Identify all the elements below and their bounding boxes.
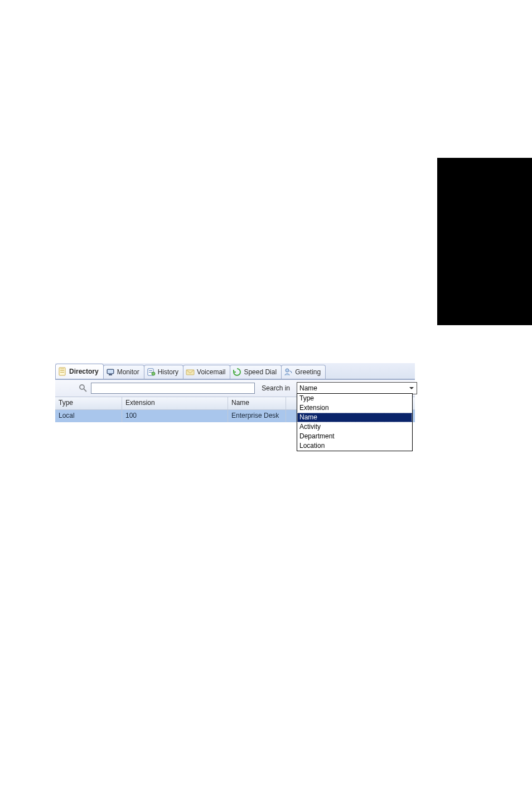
dropdown-option-activity[interactable]: Activity [297,422,412,432]
dropdown-option-location[interactable]: Location [297,441,412,451]
speeddial-icon [233,368,241,376]
column-header-name[interactable]: Name [228,397,286,409]
black-region [437,158,532,325]
tab-bar: Directory Monitor History Voicemail Spee… [55,363,415,380]
tab-speeddial[interactable]: Speed Dial [230,365,282,379]
svg-rect-1 [60,369,64,369]
directory-icon [58,367,67,376]
dropdown-option-department[interactable]: Department [297,432,412,441]
tab-directory[interactable]: Directory [55,364,104,379]
svg-point-13 [80,385,84,389]
tab-greeting[interactable]: Greeting [281,365,326,379]
dropdown-option-type[interactable]: Type [297,394,412,403]
svg-rect-9 [149,372,152,373]
tab-label: Speed Dial [244,368,277,376]
svg-rect-8 [149,370,152,371]
tab-label: Greeting [295,368,321,376]
svg-rect-5 [108,370,113,373]
tab-label: Directory [69,368,99,375]
svg-rect-3 [60,372,64,373]
tab-label: Monitor [117,368,139,376]
column-header-type[interactable]: Type [55,397,122,409]
tab-history[interactable]: History [144,365,183,379]
tab-monitor[interactable]: Monitor [103,365,144,379]
svg-line-14 [84,389,86,392]
column-header-extension[interactable]: Extension [122,397,228,409]
monitor-icon [106,368,115,376]
dropdown-list: Type Extension Name Activity Department … [297,393,413,451]
svg-point-12 [286,369,289,372]
cell-extension: 100 [122,410,228,422]
search-in-label: Search in [258,384,293,392]
svg-rect-6 [109,374,112,375]
voicemail-icon [186,368,195,376]
search-icon [57,384,88,393]
directory-panel: Directory Monitor History Voicemail Spee… [55,363,415,422]
tab-label: Voicemail [197,368,225,376]
search-bar: Search in Name Type Extension Name Activ… [55,380,415,397]
chevron-down-icon [408,384,415,392]
svg-rect-2 [60,370,64,371]
search-input[interactable] [91,383,255,394]
dropdown-option-name[interactable]: Name [297,413,412,422]
cell-type: Local [55,410,122,422]
dropdown-value: Name [299,384,317,392]
svg-point-10 [152,372,155,375]
search-field-dropdown[interactable]: Name Type Extension Name Activity Depart… [297,382,413,394]
greeting-icon [284,368,293,376]
tab-voicemail[interactable]: Voicemail [183,365,230,379]
history-icon [147,368,156,376]
tab-label: History [158,368,178,376]
dropdown-option-extension[interactable]: Extension [297,403,412,413]
cell-name: Enterprise Desk [228,410,286,422]
dropdown-display[interactable]: Name [297,382,417,394]
